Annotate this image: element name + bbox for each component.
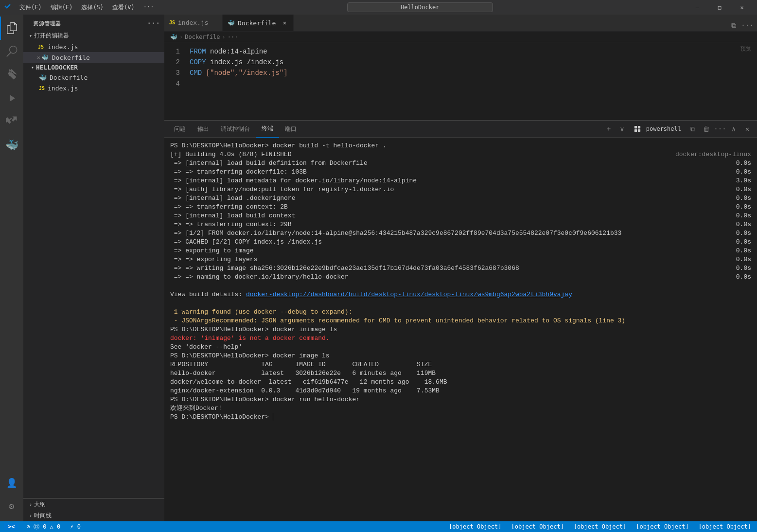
breadcrumb-text[interactable]: Dockerfile xyxy=(185,34,220,40)
breadcrumb-sep: › xyxy=(179,34,183,40)
code-lines[interactable]: FROM node:14-alpine COPY index.js /index… xyxy=(184,42,757,120)
chevron-right-icon-timeline: › xyxy=(29,513,32,518)
window-controls[interactable]: — □ ✕ xyxy=(686,0,753,15)
term-prompt-3: PS D:\DESKTOP\HelloDocker> docker image … xyxy=(170,352,751,360)
global-search[interactable]: HelloDocker xyxy=(347,2,493,12)
sidebar-item-indexjs[interactable]: JS index.js ✕ xyxy=(23,41,164,52)
activity-search[interactable] xyxy=(0,40,23,63)
keyword-cmd: CMD xyxy=(190,68,206,78)
line-numbers: 1 2 3 4 xyxy=(164,42,184,120)
line-num-2: 2 xyxy=(164,57,180,68)
minimize-button[interactable]: — xyxy=(686,0,708,15)
timeline-label: 时间线 xyxy=(34,512,52,520)
activity-git[interactable] xyxy=(0,63,23,87)
code-line-3: CMD ["node","/index.js"] xyxy=(190,68,757,78)
panel-tab-problems[interactable]: 问题 xyxy=(168,121,192,138)
maximize-panel-button[interactable]: ∧ xyxy=(728,123,739,135)
sidebar-dockerfile[interactable]: 🐳 Dockerfile xyxy=(23,72,164,83)
tab-indexjs-label: index.js xyxy=(178,19,209,26)
activity-settings[interactable]: ⚙ xyxy=(0,494,23,517)
term-line-9: => [internal] load build context0.0s xyxy=(170,212,751,220)
menu-select[interactable]: 选择(S) xyxy=(77,2,107,13)
code-editor[interactable]: 预览 1 2 3 4 FROM node:14-alpine COPY inde… xyxy=(164,42,757,120)
close-button[interactable]: ✕ xyxy=(731,0,753,15)
panel-tab-debug[interactable]: 调试控制台 xyxy=(215,121,256,138)
panel-tab-ports[interactable]: 端口 xyxy=(279,121,302,138)
terminal-content[interactable]: PS D:\DESKTOP\HelloDocker> docker build … xyxy=(164,138,757,451)
panel-tab-terminal[interactable]: 终端 xyxy=(256,121,279,138)
term-time-12: 0.0s xyxy=(736,238,751,247)
outline-section[interactable]: › 大纲 xyxy=(23,498,164,510)
titlebar-center: HelloDocker xyxy=(158,2,682,12)
term-line-16: => => naming to docker.io/library/hello-… xyxy=(170,273,751,282)
tab-indexjs[interactable]: JS index.js xyxy=(164,15,223,31)
panel-tab-output[interactable]: 输出 xyxy=(192,121,215,138)
activity-account[interactable]: 👤 xyxy=(0,471,23,494)
modified-indicator: ✕ xyxy=(37,54,40,61)
errors-count: ⓪ 0 △ 0 xyxy=(34,523,60,530)
language-mode[interactable]: [object Object] xyxy=(697,523,753,530)
cursor-block xyxy=(273,413,277,421)
svg-rect-1 xyxy=(637,126,640,128)
activity-extensions[interactable] xyxy=(0,110,23,133)
more-actions-button[interactable]: ··· xyxy=(741,19,753,31)
split-terminal-icon[interactable]: ⧉ xyxy=(687,123,699,135)
term-line-5: => [internal] load metadata for docker.i… xyxy=(170,177,751,185)
new-terminal-button[interactable]: ＋ xyxy=(603,123,615,135)
code-node14: node:14-alpine xyxy=(210,46,267,57)
term-line-4: => => transferring dockerfile: 103B0.0s xyxy=(170,168,751,177)
notifications[interactable]: ⚡ 0 xyxy=(68,523,83,530)
code-line-4 xyxy=(190,78,757,89)
cursor-position[interactable]: [object Object] xyxy=(447,523,503,530)
close-panel-button[interactable]: ✕ xyxy=(741,123,753,135)
dockerfile-file-label: Dockerfile xyxy=(50,74,88,81)
tab-actions: ⧉ ··· xyxy=(728,19,757,31)
sidebar-indexjs[interactable]: JS index.js xyxy=(23,83,164,93)
term-line-3: => [internal] load build definition from… xyxy=(170,159,751,168)
menu-edit[interactable]: 编辑(E) xyxy=(47,2,77,13)
menu-file[interactable]: 文件(F) xyxy=(16,2,46,13)
indent-size[interactable]: [object Object] xyxy=(510,523,566,530)
tab-dockerfile-label: Dockerfile xyxy=(238,19,276,27)
js-file-icon: JS xyxy=(37,43,45,51)
breadcrumb-dockerfile[interactable]: 🐳 xyxy=(170,34,177,40)
term-line-12: => CACHED [2/2] COPY index.js /index.js0… xyxy=(170,238,751,247)
panel-more-button[interactable]: ··· xyxy=(714,123,726,135)
keyword-copy: COPY xyxy=(190,57,210,68)
tab-dockerfile-close[interactable]: ✕ xyxy=(281,19,288,27)
notif-count: 0 xyxy=(77,523,81,530)
menu-view[interactable]: 查看(V) xyxy=(108,2,139,13)
sidebar-more-button[interactable]: ··· xyxy=(149,18,158,28)
encoding[interactable]: [object Object] xyxy=(572,523,628,530)
line-endings[interactable]: [object Object] xyxy=(634,523,690,530)
status-bar: >< ⊘ ⓪ 0 △ 0 ⚡ 0 [object Object] [object… xyxy=(0,521,757,532)
js-icon: JS xyxy=(39,86,45,91)
main-container: 🐳 👤 ⚙ 资源管理器 ··· ▾ 打开的编辑器 JS index.js ✕ ✕… xyxy=(0,15,757,521)
term-line-link: View build details: docker-desktop://das… xyxy=(170,290,751,299)
timeline-section[interactable]: › 时间线 xyxy=(23,510,164,521)
line-num-4: 4 xyxy=(164,78,180,89)
errors-warnings[interactable]: ⊘ ⓪ 0 △ 0 xyxy=(24,523,62,531)
term-prompt-end: PS D:\DESKTOP\HelloDocker> xyxy=(170,413,751,422)
open-editors-section[interactable]: ▾ 打开的编辑器 xyxy=(23,30,164,41)
outline-label: 大纲 xyxy=(34,500,46,509)
term-line-15: => => writing image sha256:3026b126e22e9… xyxy=(170,264,751,273)
menu-more[interactable]: ··· xyxy=(140,2,158,13)
activity-run[interactable] xyxy=(0,87,23,110)
activity-docker[interactable]: 🐳 xyxy=(0,133,23,157)
tab-dockerfile[interactable]: 🐳 Dockerfile ✕ xyxy=(223,15,294,31)
split-editor-button[interactable]: ⧉ xyxy=(728,19,739,31)
svg-rect-3 xyxy=(637,129,640,132)
sidebar-item-dockerfile[interactable]: ✕ 🐳 Dockerfile xyxy=(23,52,164,63)
menu-bar[interactable]: 文件(F) 编辑(E) 选择(S) 查看(V) ··· xyxy=(16,2,158,13)
activity-bar: 🐳 👤 ⚙ xyxy=(0,15,23,521)
activity-explorer[interactable] xyxy=(0,17,23,40)
split-terminal-button[interactable]: ∨ xyxy=(616,123,628,135)
remote-indicator[interactable]: >< xyxy=(4,523,18,530)
maximize-button[interactable]: □ xyxy=(708,0,731,15)
terminal-panel: 问题 输出 调试控制台 终端 端口 ＋ ∨ powershell ⧉ 🗑 ···… xyxy=(164,120,757,451)
project-folder[interactable]: ▾ HELLODOCKER xyxy=(23,63,164,72)
kill-terminal-button[interactable]: 🗑 xyxy=(701,123,712,135)
build-details-link[interactable]: docker-desktop://dashboard/build/desktop… xyxy=(246,291,572,298)
breadcrumb-more[interactable]: ··· xyxy=(228,34,238,40)
